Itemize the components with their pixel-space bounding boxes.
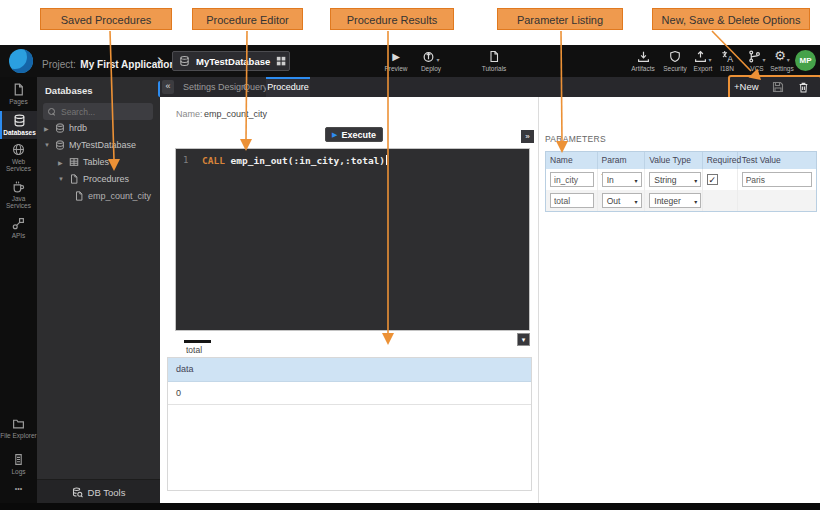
panel-title: Databases (45, 85, 93, 96)
col-header-test-value: Test Value (738, 152, 816, 169)
tree-expanded-icon[interactable]: ▼ (44, 142, 51, 148)
test-value-input[interactable] (742, 172, 812, 187)
database-icon (55, 140, 65, 150)
callout-saved-procedures: Saved Procedures (40, 8, 172, 30)
caret-down-icon: ▾ (635, 198, 638, 205)
more-options-button[interactable]: ••• (0, 485, 37, 492)
name-label: Name: (176, 109, 203, 119)
search-icon (48, 108, 55, 115)
procedure-workspace: Name: emp_count_city ▶ Execute 1 CALL em… (160, 97, 820, 503)
tab-procedure[interactable]: Procedure (266, 77, 310, 97)
search-input[interactable] (59, 106, 153, 118)
chevron-right-icon: › (157, 50, 163, 70)
project-breadcrumb[interactable]: Project: My First Application (42, 54, 176, 72)
tab-query[interactable]: Query (243, 77, 268, 97)
tab-design[interactable]: Design (218, 77, 246, 97)
tree-item-emp-count-city[interactable]: emp_count_city (74, 191, 151, 201)
required-checkbox[interactable]: ✓ (707, 174, 718, 185)
caret-down-icon: ▾ (635, 177, 638, 184)
selected-database-name: MyTestDatabase (196, 56, 270, 67)
cloud-up-icon (422, 50, 435, 63)
database-icon (2, 114, 37, 127)
tree-item-tables[interactable]: ▶ Tables (58, 157, 109, 167)
col-header-required: Required (703, 152, 738, 169)
param-type-select[interactable]: Out ▾ (602, 193, 642, 208)
globe-icon (0, 143, 37, 156)
col-header-value-type: Value Type (645, 152, 703, 169)
col-header-name: Name (546, 152, 598, 169)
sidebar-item-web-services[interactable]: Web Services (0, 143, 37, 172)
db-tools-button[interactable]: DB Tools (37, 479, 160, 504)
tree-collapsed-icon[interactable]: ▶ (58, 159, 65, 166)
save-icon[interactable] (772, 81, 784, 93)
parameters-title: PARAMETERS (545, 134, 606, 144)
document-icon (74, 191, 84, 201)
sql-editor[interactable]: 1 CALL emp_in_out(:in_city,:total) (175, 148, 530, 331)
user-avatar[interactable]: MP (795, 50, 816, 71)
database-icon (179, 55, 190, 67)
value-type-select[interactable]: Integer ▾ (649, 193, 701, 208)
app-logo-icon[interactable] (9, 49, 33, 73)
tree-item-mytestdatabase[interactable]: ▼ MyTestDatabase (44, 140, 136, 150)
sidebar-item-logs[interactable]: Logs (0, 453, 37, 475)
text-cursor (386, 155, 387, 165)
parameters-table: Name Param Type Value Type Required Test… (545, 151, 817, 212)
tree-item-procedures[interactable]: ▼ Procedures (58, 174, 129, 184)
results-row[interactable]: 0 (168, 382, 531, 405)
execute-button[interactable]: ▶ Execute (325, 127, 383, 142)
sidebar-item-databases[interactable]: Databases (0, 111, 37, 139)
sql-statement: emp_in_out(:in_city,:total) (225, 155, 385, 166)
value-type-select[interactable]: String ▾ (649, 172, 701, 187)
tree-collapsed-icon[interactable]: ▶ (44, 125, 51, 132)
expand-params-button[interactable]: » (521, 130, 534, 143)
log-file-icon (0, 453, 37, 466)
document-icon (471, 49, 517, 63)
param-type-select[interactable]: In ▾ (602, 172, 642, 187)
tree-item-hrdb[interactable]: ▶ hrdb (44, 123, 87, 133)
folder-icon (0, 417, 37, 430)
tutorials-button[interactable]: Tutorials (471, 49, 517, 72)
tab-settings[interactable]: Settings (183, 77, 216, 97)
project-label: Project: (42, 59, 76, 70)
callout-parameter-listing: Parameter Listing (497, 8, 623, 30)
results-column-header: data (168, 358, 531, 382)
collapse-panel-button[interactable]: « (162, 80, 174, 94)
sidebar-item-file-explorer[interactable]: File Explorer (0, 417, 37, 439)
app-grid-icon[interactable] (276, 56, 286, 66)
window-bottom-edge (0, 503, 820, 510)
results-table: data 0 (167, 357, 532, 491)
procedure-name: emp_count_city (204, 109, 267, 119)
deploy-button[interactable]: ▾ Deploy (408, 49, 454, 72)
param-name-input[interactable] (550, 193, 594, 208)
tree-expanded-icon[interactable]: ▼ (58, 176, 65, 182)
menu-caret-icon: ▾ (436, 56, 439, 63)
database-icon (55, 123, 65, 133)
callout-procedure-editor: Procedure Editor (192, 8, 303, 30)
table-icon (69, 157, 79, 167)
document-icon (69, 174, 79, 184)
left-nav-rail: Pages Databases Web Services Java Servic… (0, 77, 37, 503)
caret-down-icon: ▾ (694, 198, 697, 205)
sidebar-item-pages[interactable]: Pages (0, 83, 37, 105)
db-tools-icon (72, 487, 83, 498)
sidebar-item-java-services[interactable]: Java Services (0, 180, 37, 209)
parameter-row: In ▾ String ▾ ✓ (546, 169, 816, 190)
result-tab-total[interactable]: total (186, 345, 202, 355)
sidebar-item-apis[interactable]: APIs (0, 217, 37, 239)
gear-icon: ⚙ (774, 50, 786, 62)
page-icon (0, 83, 37, 96)
active-result-tab-indicator (184, 340, 211, 343)
collapse-results-button[interactable]: ▾ (517, 333, 530, 346)
new-procedure-button[interactable]: +New (734, 77, 759, 97)
search-box[interactable] (43, 103, 153, 120)
coffee-cup-icon (0, 180, 37, 193)
databases-panel: Databases + ▶ hrdb ▼ MyTestDatabase ▶ Ta… (37, 77, 160, 503)
delete-icon[interactable] (798, 81, 809, 94)
param-name-input[interactable] (550, 172, 594, 187)
line-number: 1 (183, 155, 188, 165)
parameter-row: Out ▾ Integer ▾ (546, 190, 816, 211)
code-line: CALL emp_in_out(:in_city,:total) (202, 155, 387, 166)
parameters-header-row: Name Param Type Value Type Required Test… (546, 152, 816, 169)
sql-keyword: CALL (202, 155, 225, 166)
database-selector[interactable]: MyTestDatabase (172, 51, 290, 71)
